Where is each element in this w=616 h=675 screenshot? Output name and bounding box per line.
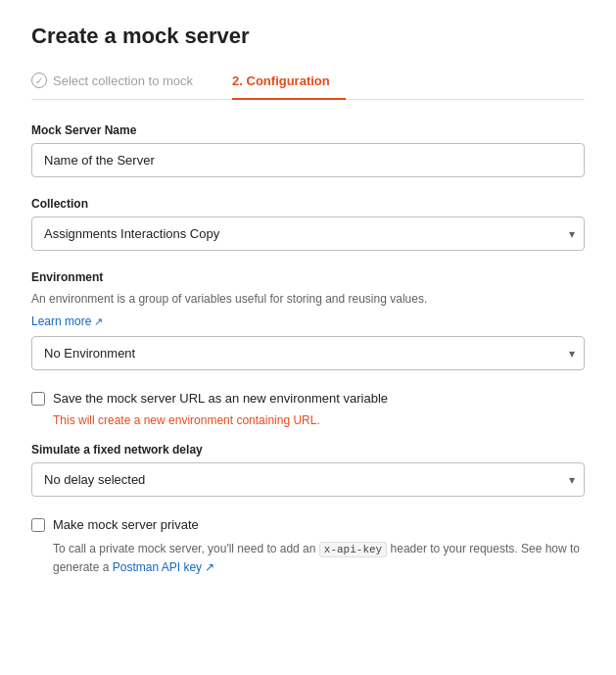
mock-server-name-label: Mock Server Name [31,123,585,137]
tab-select-collection[interactable]: ✓ Select collection to mock [31,65,209,100]
save-url-checkbox-row: Save the mock server URL as an new envir… [31,390,585,408]
mock-server-name-section: Mock Server Name [31,123,585,177]
private-section: Make mock server private To call a priva… [31,516,585,576]
collection-label: Collection [31,197,585,211]
network-delay-select[interactable]: No delay selected [31,462,585,497]
collection-section: Collection Assignments Interactions Copy… [31,197,585,251]
private-checkbox[interactable] [31,518,45,532]
check-icon: ✓ [35,75,43,86]
learn-more-text: Learn more [31,314,91,328]
network-delay-select-wrapper: No delay selected ▾ [31,462,585,497]
mock-server-name-input[interactable] [31,143,585,177]
postman-api-key-link[interactable]: Postman API key ↗ [113,560,215,574]
save-url-sub-text: This will create a new environment conta… [53,413,585,427]
tab-configuration-label: 2. Configuration [232,73,330,88]
save-url-checkbox[interactable] [31,392,45,406]
environment-select-wrapper: No Environment ▾ [31,336,585,370]
network-delay-label: Simulate a fixed network delay [31,443,585,457]
save-url-section: Save the mock server URL as an new envir… [31,390,585,427]
collection-select-wrapper: Assignments Interactions Copy ▾ [31,217,585,251]
network-delay-section: Simulate a fixed network delay No delay … [31,443,585,497]
environment-description: An environment is a group of variables u… [31,290,585,308]
private-checkbox-label: Make mock server private [53,516,199,534]
postman-api-key-arrow-icon: ↗ [205,560,214,574]
tabs-container: ✓ Select collection to mock 2. Configura… [31,65,585,100]
page-title: Create a mock server [31,24,585,49]
learn-more-arrow-icon: ↗ [94,315,103,328]
private-sub-text: To call a private mock server, you'll ne… [53,540,585,576]
private-sub-text-1: To call a private mock server, you'll ne… [53,542,315,555]
save-url-checkbox-label: Save the mock server URL as an new envir… [53,390,388,408]
learn-more-link[interactable]: Learn more ↗ [31,314,103,328]
tab-configuration[interactable]: 2. Configuration [232,66,346,100]
environment-section: Environment An environment is a group of… [31,270,585,370]
api-key-code: x-api-key [319,542,387,557]
tab-check-icon: ✓ [31,72,47,88]
tab-select-collection-label: Select collection to mock [53,73,193,88]
postman-api-key-link-text: Postman API key [113,560,202,574]
environment-select[interactable]: No Environment [31,336,585,370]
collection-select[interactable]: Assignments Interactions Copy [31,217,585,251]
environment-label: Environment [31,270,585,284]
private-checkbox-row: Make mock server private [31,516,585,534]
